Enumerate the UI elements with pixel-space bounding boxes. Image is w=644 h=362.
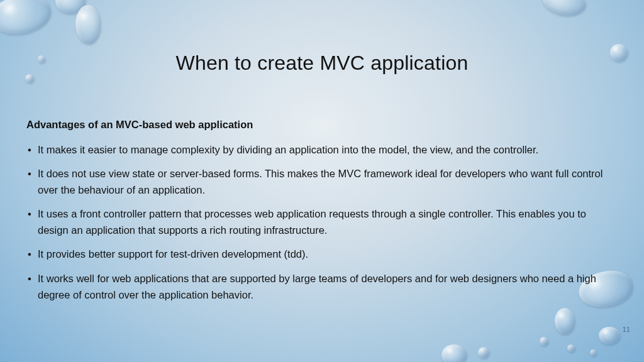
water-droplet-decoration (590, 349, 596, 356)
page-number: 11 (623, 326, 630, 333)
bullet-item: It does not use view state or server-bas… (26, 166, 618, 198)
slide-body: Advantages of an MVC-based web applicati… (26, 117, 618, 311)
bullet-list: It makes it easier to manage complexity … (26, 142, 618, 304)
bullet-item: It makes it easier to manage complexity … (26, 142, 618, 158)
slide-title: When to create MVC application (0, 52, 644, 75)
bullet-item: It uses a front controller pattern that … (26, 206, 618, 238)
water-droplet-decoration (599, 327, 620, 344)
water-droplet-decoration (25, 74, 34, 83)
water-droplet-decoration (540, 0, 589, 19)
water-droplet-decoration (555, 308, 575, 334)
water-droplet-decoration (567, 344, 575, 352)
bullet-item: It works well for web applications that … (26, 271, 618, 303)
water-droplet-decoration (75, 5, 101, 44)
subheading: Advantages of an MVC-based web applicati… (26, 117, 618, 133)
water-droplet-decoration (478, 347, 489, 358)
water-droplet-decoration (441, 344, 467, 362)
water-droplet-decoration (0, 0, 53, 38)
water-droplet-decoration (540, 337, 548, 346)
bullet-item: It provides better support for test-driv… (26, 246, 618, 263)
